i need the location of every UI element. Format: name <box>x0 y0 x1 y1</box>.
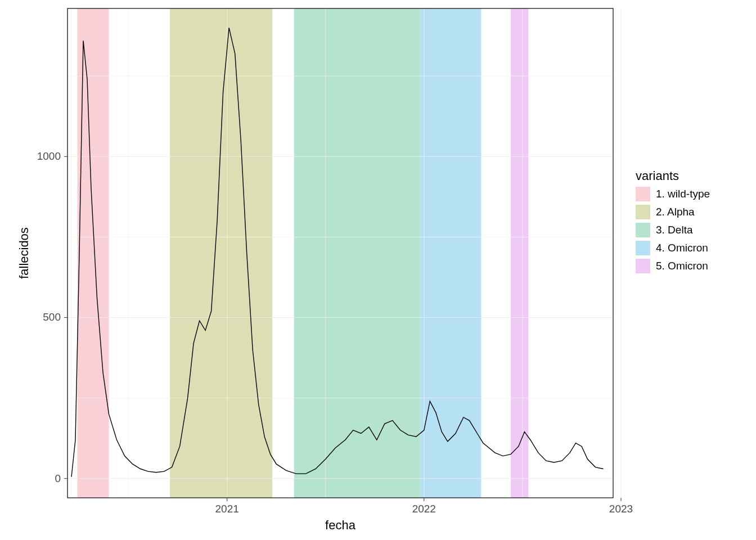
legend-label: 3. Delta <box>656 224 692 236</box>
legend-label: 2. Alpha <box>656 206 695 218</box>
x-axis-ticks: 202120222023 <box>215 498 633 515</box>
legend-label: 4. Omicron <box>656 242 708 254</box>
legend-key <box>636 223 650 237</box>
legend-item: 2. Alpha <box>636 205 710 219</box>
y-tick-label: 1000 <box>37 150 61 162</box>
y-axis-ticks: 05001000 <box>37 150 68 484</box>
legend-item: 3. Delta <box>636 223 710 237</box>
variant-band <box>294 8 420 498</box>
legend-item: 1. wild-type <box>636 187 710 201</box>
x-tick-label: 2021 <box>215 503 239 515</box>
legend-item: 5. Omicron <box>636 259 710 273</box>
legend-key <box>636 187 650 201</box>
variant-band <box>78 8 109 498</box>
legend-item: 4. Omicron <box>636 241 710 255</box>
variant-band <box>511 8 529 498</box>
legend-key <box>636 241 650 255</box>
legend: variants 1. wild-type2. Alpha3. Delta4. … <box>636 169 710 277</box>
y-axis-title: fallecidos <box>17 227 31 279</box>
x-tick-label: 2022 <box>412 503 436 515</box>
legend-label: 5. Omicron <box>656 260 708 272</box>
legend-key <box>636 259 650 273</box>
legend-label: 1. wild-type <box>656 188 710 200</box>
legend-key <box>636 205 650 219</box>
x-axis-title: fecha <box>325 518 356 532</box>
y-tick-label: 0 <box>55 472 61 484</box>
variant-band <box>170 8 272 498</box>
y-tick-label: 500 <box>43 311 61 323</box>
legend-title: variants <box>636 169 710 183</box>
x-tick-label: 2023 <box>609 503 633 515</box>
